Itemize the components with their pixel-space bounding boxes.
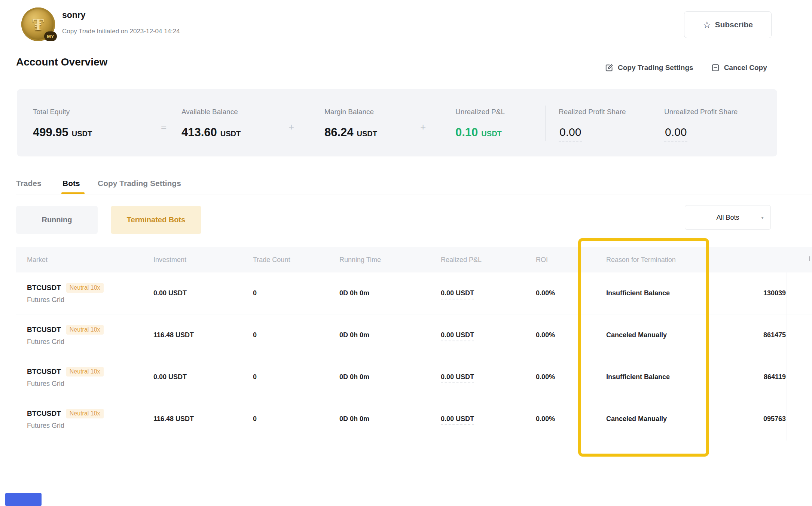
copy-trade-initiated-text: Copy Trade Initiated on 2023-12-04 14:24 (62, 28, 180, 35)
bot-type: Futures Grid (27, 338, 153, 346)
reason-cell: Canceled Manually (606, 415, 718, 423)
reason-cell: Insufficient Balance (606, 373, 718, 381)
col-roi: ROI (536, 256, 606, 264)
roi-cell: 0.00% (536, 373, 606, 381)
tab-copy-trading-settings[interactable]: Copy Trading Settings (98, 179, 181, 188)
investment-cell: 116.48 USDT (153, 331, 253, 339)
tab-trades[interactable]: Trades (16, 179, 42, 188)
stat-unrealized-profit-share: Unrealized Profit Share 0.00 (664, 108, 738, 141)
reason-cell: Canceled Manually (606, 331, 718, 339)
realized-pnl-cell: 0.00 USDT (441, 289, 536, 297)
running-time-cell: 0D 0h 0m (339, 415, 441, 423)
running-time-cell: 0D 0h 0m (339, 373, 441, 381)
leverage-badge: Neutral 10x (66, 325, 104, 335)
plus-operator: + (289, 121, 294, 133)
market-symbol: BTCUSDT (27, 326, 61, 334)
bot-id-cell: 861475 (718, 331, 812, 339)
table-row: BTCUSDT Neutral 10x Futures Grid 116.48 … (16, 398, 812, 440)
trade-count-cell: 0 (253, 289, 339, 297)
blue-widget-fragment (5, 493, 42, 506)
investment-cell: 0.00 USDT (153, 289, 253, 297)
market-cell: BTCUSDT Neutral 10x Futures Grid (27, 367, 153, 388)
market-symbol: BTCUSDT (27, 368, 61, 376)
realized-pnl-cell: 0.00 USDT (441, 415, 536, 423)
running-time-cell: 0D 0h 0m (339, 289, 441, 297)
trade-count-cell: 0 (253, 373, 339, 381)
tether-coin-icon: ₮ (33, 15, 44, 34)
col-realized-pnl: Realized P&L (441, 256, 536, 264)
minus-square-icon (711, 63, 720, 73)
market-cell: BTCUSDT Neutral 10x Futures Grid (27, 409, 153, 430)
bot-type: Futures Grid (27, 380, 153, 388)
cancel-copy-button[interactable]: Cancel Copy (711, 63, 767, 73)
col-id-partial: I (809, 255, 811, 263)
active-tab-underline (61, 192, 85, 194)
copy-trading-settings-label: Copy Trading Settings (618, 64, 693, 72)
investment-cell: 0.00 USDT (153, 373, 253, 381)
col-running-time: Running Time (339, 256, 441, 264)
bots-table: BTCUSDT Neutral 10x Futures Grid 0.00 US… (16, 272, 812, 440)
stat-total-equity: Total Equity 499.95USDT (33, 108, 92, 139)
subscribe-label: Subscribe (715, 20, 753, 29)
market-symbol: BTCUSDT (27, 284, 61, 292)
bot-filter-value: All Bots (716, 214, 739, 222)
stats-divider (545, 106, 546, 141)
roi-cell: 0.00% (536, 415, 606, 423)
trade-count-cell: 0 (253, 415, 339, 423)
trader-name: sonry (62, 10, 86, 20)
realized-pnl-cell: 0.00 USDT (441, 331, 536, 339)
col-market: Market (27, 256, 153, 264)
pinned-column-divider (787, 272, 787, 441)
leverage-badge: Neutral 10x (66, 283, 104, 293)
market-cell: BTCUSDT Neutral 10x Futures Grid (27, 325, 153, 346)
bot-filter-dropdown[interactable]: All Bots ▾ (685, 205, 771, 230)
market-cell: BTCUSDT Neutral 10x Futures Grid (27, 283, 153, 304)
running-filter-button[interactable]: Running (16, 206, 98, 234)
table-row: BTCUSDT Neutral 10x Futures Grid 116.48 … (16, 314, 812, 356)
edit-icon (604, 63, 614, 73)
running-time-cell: 0D 0h 0m (339, 331, 441, 339)
star-icon: ☆ (703, 20, 711, 30)
reason-cell: Insufficient Balance (606, 289, 718, 297)
stat-available-balance: Available Balance 413.60USDT (181, 108, 241, 139)
table-row: BTCUSDT Neutral 10x Futures Grid 0.00 US… (16, 356, 812, 398)
subscribe-button[interactable]: ☆ Subscribe (684, 11, 772, 38)
bot-type: Futures Grid (27, 296, 153, 304)
tabs-divider (16, 195, 812, 195)
stat-margin-balance: Margin Balance 86.24USDT (324, 108, 377, 139)
equals-operator: = (161, 121, 167, 133)
table-row: BTCUSDT Neutral 10x Futures Grid 0.00 US… (16, 272, 812, 314)
market-symbol: BTCUSDT (27, 409, 61, 418)
leverage-badge: Neutral 10x (66, 367, 104, 377)
copy-trading-page: ₮ MY sonry Copy Trade Initiated on 2023-… (0, 0, 812, 506)
chevron-down-icon: ▾ (761, 214, 764, 220)
roi-cell: 0.00% (536, 289, 606, 297)
trade-count-cell: 0 (253, 331, 339, 339)
col-investment: Investment (153, 256, 253, 264)
bot-id-cell: 095763 (718, 415, 812, 423)
cancel-copy-label: Cancel Copy (724, 64, 767, 72)
leverage-badge: Neutral 10x (66, 409, 104, 418)
bot-type: Futures Grid (27, 422, 153, 430)
investment-cell: 116.48 USDT (153, 415, 253, 423)
col-reason: Reason for Termination (606, 256, 718, 264)
page-title: Account Overview (16, 56, 107, 68)
overview-actions: Copy Trading Settings Cancel Copy (604, 63, 767, 73)
bot-id-cell: 130039 (718, 289, 812, 297)
copy-trading-settings-button[interactable]: Copy Trading Settings (604, 63, 693, 73)
stat-unrealized-pnl: Unrealized P&L 0.10USDT (455, 108, 505, 139)
roi-cell: 0.00% (536, 331, 606, 339)
realized-pnl-cell: 0.00 USDT (441, 373, 536, 381)
plus-operator: + (420, 121, 426, 133)
stat-realized-profit-share: Realized Profit Share 0.00 (559, 108, 626, 141)
bot-id-cell: 864119 (718, 373, 812, 381)
table-header: Market Investment Trade Count Running Ti… (16, 247, 812, 272)
col-trade-count: Trade Count (253, 256, 339, 264)
avatar-country-badge: MY (44, 31, 57, 41)
terminated-bots-filter-button[interactable]: Terminated Bots (111, 206, 201, 234)
tab-bots[interactable]: Bots (62, 179, 80, 188)
account-stats-panel: Total Equity 499.95USDT = Available Bala… (17, 89, 777, 156)
